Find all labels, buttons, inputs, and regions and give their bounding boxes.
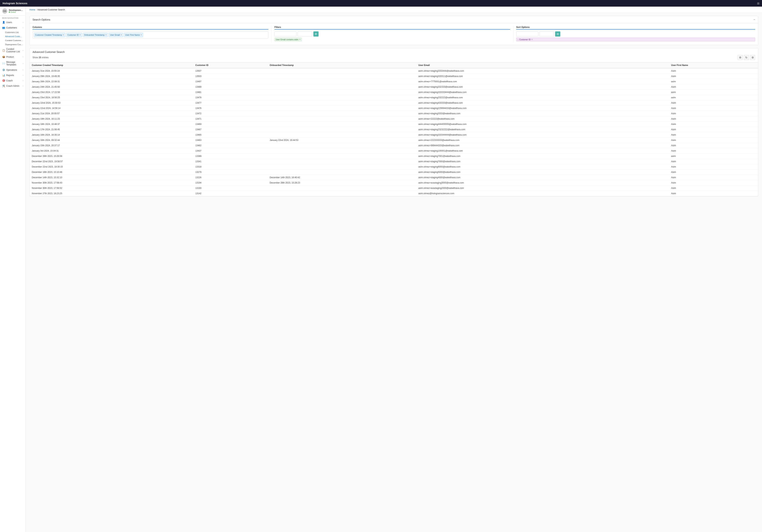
- search-options-header: Search Options −: [30, 16, 758, 23]
- cell-user-email: asim.olmez+staging6000@eatwithava.com: [416, 164, 669, 170]
- cell-onboarded-timestamp: [267, 100, 416, 106]
- sidebar-item-product[interactable]: 📦 Product ›: [0, 54, 26, 59]
- table-row[interactable]: January 29th 2024, 19:49:35 13503 asim.o…: [30, 74, 758, 79]
- sidebar-item-coach-admin[interactable]: 🛠️ Coach Admin ›: [0, 83, 26, 89]
- sidebar-item-operations[interactable]: ⚙️ Operations ›: [0, 67, 26, 73]
- remove-tag-user-email[interactable]: ×: [120, 34, 122, 36]
- cell-customer-id: 13489: [193, 84, 267, 90]
- filter-add-button[interactable]: ⚙: [313, 32, 319, 37]
- active-sort-row: ↓ Customer ID ×: [516, 38, 755, 41]
- cell-created-timestamp: December 22nd 2023, 19:58:57: [30, 159, 193, 164]
- results-table: Customer Created Timestamp Customer ID O…: [30, 62, 758, 196]
- breadcrumb-separator: /: [36, 8, 37, 11]
- remove-filter-tag[interactable]: ×: [299, 38, 301, 41]
- remove-tag-user-first-name[interactable]: ×: [140, 34, 142, 36]
- table-row[interactable]: January 17th 2024, 21:06:45 13467 asim.o…: [30, 127, 758, 132]
- column-tag-customer-id: Customer ID ×: [66, 33, 82, 37]
- cell-user-first-name: Asim: [669, 121, 758, 127]
- refresh-button[interactable]: ↻: [744, 55, 749, 60]
- remove-sort-tag[interactable]: ×: [531, 38, 533, 41]
- column-tag-user-email: User Email ×: [109, 33, 123, 37]
- table-row[interactable]: January 3rd 2024, 15:04:31 13437 asim.ol…: [30, 148, 758, 154]
- chevron-down-icon: ‹: [23, 27, 23, 29]
- user-status: Online: [9, 11, 23, 13]
- sort-add-button[interactable]: ⚙: [555, 32, 560, 37]
- table-row[interactable]: January 24th 2024, 21:45:50 13489 asim.o…: [30, 84, 758, 90]
- breadcrumb: Home / Advanced Customer Search: [26, 7, 762, 13]
- window-controls-icon[interactable]: ⊞: [757, 2, 759, 5]
- chevron-right-icon-5: ›: [23, 69, 23, 71]
- remove-tag-onboarded-timestamp[interactable]: ×: [105, 34, 107, 36]
- export-button[interactable]: ⚙: [750, 55, 755, 60]
- active-filter-text: User Email contains asim: [276, 38, 298, 40]
- collapse-button[interactable]: −: [754, 18, 755, 21]
- table-row[interactable]: January 21st 2024, 20:05:57 13472 asim.o…: [30, 111, 758, 116]
- cell-created-timestamp: January 16th 2024, 09:32:44: [30, 138, 193, 143]
- entries-label: entries: [42, 56, 48, 59]
- cell-user-email: asim.olmez@hologramsciences.com: [416, 191, 669, 196]
- table-row[interactable]: January 22nd 2024, 15:30:53 13477 asim.o…: [30, 100, 758, 106]
- table-row[interactable]: November 30th 2023, 17:58:43 13194 Decem…: [30, 180, 758, 186]
- table-row[interactable]: January 22nd 2024, 14:56:14 13476 asim.o…: [30, 106, 758, 111]
- table-row[interactable]: January 19th 2024, 16:11:23 13471 asim.o…: [30, 116, 758, 121]
- cell-customer-id: 13481: [193, 90, 267, 95]
- cell-user-first-name: Asim: [669, 170, 758, 175]
- cell-user-email: asim.olmez+staging7000@eatwithava.com: [416, 159, 669, 164]
- breadcrumb-home-link[interactable]: Home: [30, 8, 35, 11]
- cell-customer-id: 13341: [193, 159, 267, 164]
- table-row[interactable]: January 28th 2024, 22:08:31 13497 asim.o…: [30, 79, 758, 84]
- columns-section-title: Columns: [33, 26, 268, 30]
- sidebar-item-curated-customer-list[interactable]: 📋 Curated Customer List ›: [0, 46, 26, 54]
- sidebar-sub-item-advanced-customer-search[interactable]: Advanced Customer Search: [0, 35, 26, 38]
- table-row[interactable]: December 28th 2023, 15:26:58 13389 asim.…: [30, 154, 758, 159]
- settings-button[interactable]: ⚙: [737, 55, 743, 60]
- sort-direction-input[interactable]: [539, 32, 554, 37]
- sidebar-item-coach[interactable]: 🎯 Coach ›: [0, 78, 26, 83]
- cell-user-email: asim.olmez+staging333311@eatwithava.com: [416, 74, 669, 79]
- cell-user-email: asim.olmez+7775001@eatwithava.com: [416, 79, 669, 84]
- cell-customer-id: 13477: [193, 100, 267, 106]
- sidebar-sub-item-customers-list[interactable]: Customers List: [0, 30, 26, 35]
- chevron-right-icon-4: ›: [23, 62, 23, 64]
- sidebar-item-reports[interactable]: 📊 Reports ›: [0, 73, 26, 78]
- product-icon: 📦: [2, 55, 5, 58]
- table-row[interactable]: January 23rd 2024, 16:50:25 13478 asim.o…: [30, 95, 758, 100]
- table-row[interactable]: November 27th 2023, 18:23:25 13142 asim.…: [30, 191, 758, 196]
- cell-customer-id: 13463: [193, 138, 267, 143]
- table-row[interactable]: January 31st 2024, 15:55:24 13507 asim.o…: [30, 68, 758, 74]
- cell-user-email: asim.olmez+staging229994433@eatwithava.c…: [416, 106, 669, 111]
- table-row[interactable]: January 15th 2024, 20:37:17 13462 asim.o…: [30, 143, 758, 148]
- remove-tag-created-timestamp[interactable]: ×: [63, 34, 64, 36]
- sidebar-item-users[interactable]: 👤 Users ›: [0, 20, 26, 25]
- table-row[interactable]: November 30th 2023, 17:56:52 13193 asim.…: [30, 186, 758, 191]
- cell-user-email: asim.olmez+avastaging2000@eatwithava.com: [416, 186, 669, 191]
- user-info: Development Admin Online: [9, 9, 23, 13]
- top-header: Hologram Sciences ⊞: [0, 0, 762, 7]
- filter-operator-input[interactable]: [298, 32, 312, 37]
- cell-created-timestamp: November 27th 2023, 18:23:25: [30, 191, 193, 196]
- cell-created-timestamp: December 28th 2023, 15:26:58: [30, 154, 193, 159]
- cell-onboarded-timestamp: [267, 111, 416, 116]
- table-row[interactable]: December 18th 2023, 15:10:48 13279 asim.…: [30, 170, 758, 175]
- sidebar-item-customers[interactable]: 👥 Customers ‹: [0, 25, 26, 30]
- sidebar-sub-item-curated-customer-list-setup[interactable]: Curated Customer List Setup: [0, 38, 26, 42]
- cell-user-first-name: Asim: [669, 111, 758, 116]
- operations-icon: ⚙️: [2, 68, 5, 71]
- table-row[interactable]: January 18th 2024, 16:48:37 13469 asim.o…: [30, 121, 758, 127]
- table-row[interactable]: December 22nd 2023, 19:58:57 13341 asim.…: [30, 159, 758, 164]
- chevron-right-icon-8: ›: [23, 85, 23, 87]
- sidebar-item-message-templates[interactable]: ✉️ Message Templates ›: [0, 59, 26, 67]
- remove-tag-customer-id[interactable]: ×: [79, 34, 81, 36]
- sort-field-input[interactable]: [516, 32, 538, 37]
- filter-field-input[interactable]: [274, 32, 296, 37]
- table-row[interactable]: December 22nd 2023, 18:30:15 13318 asim.…: [30, 164, 758, 170]
- cell-created-timestamp: January 21st 2024, 20:05:57: [30, 111, 193, 116]
- table-row[interactable]: December 14th 2023, 15:32:10 13226 Decem…: [30, 175, 758, 180]
- table-row[interactable]: January 16th 2024, 16:30:14 13465 asim.o…: [30, 132, 758, 138]
- table-row[interactable]: January 16th 2024, 09:32:44 13463 Januar…: [30, 138, 758, 143]
- table-row[interactable]: January 23rd 2024, 17:22:56 13481 asim.o…: [30, 90, 758, 95]
- columns-tags-area[interactable]: Customer Created Timestamp × Customer ID…: [33, 32, 268, 38]
- cell-onboarded-timestamp: [267, 95, 416, 100]
- sidebar-sub-item-supergreens-customers[interactable]: Supergreens Customers: [0, 42, 26, 46]
- cell-user-first-name: Asim: [669, 116, 758, 121]
